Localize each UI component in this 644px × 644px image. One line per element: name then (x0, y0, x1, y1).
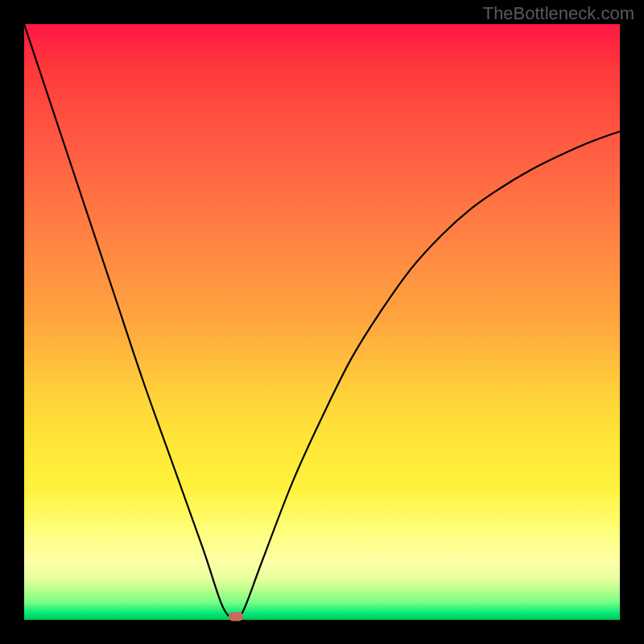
curve-path (24, 24, 620, 620)
optimal-point-marker (229, 613, 243, 621)
bottleneck-curve (24, 24, 620, 620)
chart-plot-area (24, 24, 620, 620)
watermark-text: TheBottleneck.com (483, 3, 634, 24)
